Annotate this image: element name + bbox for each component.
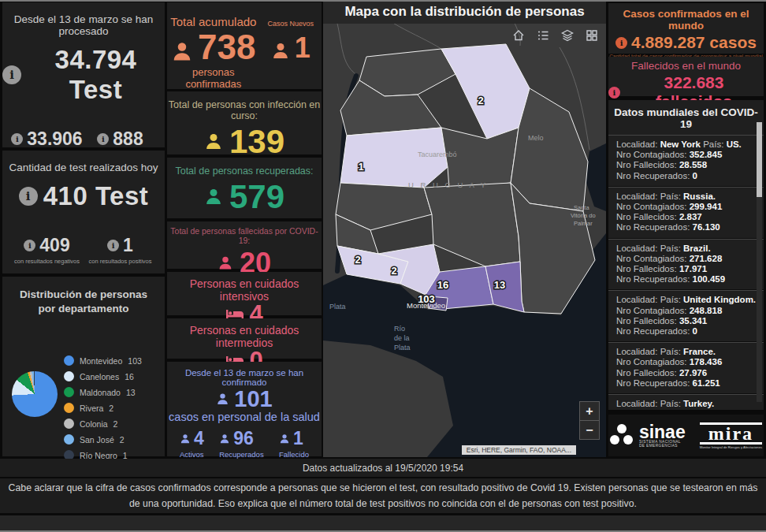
panel-tests-processed: Desde el 13 de marzo se han procesado 34…: [2, 2, 165, 147]
fallecidos-value: 17.971: [679, 264, 707, 273]
positive-results-today-stat: 1 con resultados positivos: [84, 235, 157, 265]
contagiados-value: 151.615: [690, 409, 723, 410]
intensive-care-title: Personas en cuidados intensivos: [167, 277, 322, 303]
panel-recovered: Total de personas recuperadas: 579: [167, 158, 322, 218]
contagiados-label: Nro Contagiados:: [616, 254, 687, 263]
panel-logos: sinae SISTEMA NACIONAL DE EMERGENCIAS mi…: [608, 415, 764, 456]
info-icon: [11, 133, 23, 145]
zoom-in-button[interactable]: +: [580, 402, 599, 420]
country-label: País:: [660, 399, 681, 408]
map-count-paysandu: 1: [358, 161, 363, 173]
negative-results-today-stat: 409 con resultados negativos: [10, 235, 84, 265]
world-list-scrollbar[interactable]: [757, 122, 762, 402]
contagiados-value: 271.628: [690, 254, 723, 263]
fallecidos-value: 2.837: [679, 212, 702, 221]
info-icon: [97, 133, 109, 145]
recuperados-label: Nro Recuperados:: [616, 378, 690, 388]
legend-name: San José: [80, 435, 114, 445]
new-cases-title: Casos Nuevos: [260, 20, 322, 28]
health-personnel-title: Desde el 13 de marzo se han confirmado: [167, 368, 322, 387]
locality-label: Localidad:: [616, 244, 657, 253]
legend-item: Rivera 2: [64, 403, 142, 413]
locality-value: New York: [660, 140, 701, 149]
health-personnel-stats: 4 Activos 96 Recuperados 1 Fallecido: [167, 423, 322, 459]
country-label: País:: [703, 140, 723, 149]
health-stat-value: 1: [293, 428, 303, 449]
world-data-entry: Localidad: País: United Kingdom. Nro Con…: [608, 290, 764, 342]
tests-processed-value: 34.794 Test: [27, 45, 165, 105]
info-icon: [615, 37, 627, 49]
department-distribution-title: Distribución de personas por departament…: [2, 288, 165, 316]
basemap-grid-icon[interactable]: [586, 29, 598, 42]
recuperados-label: Nro Recuperados:: [616, 171, 690, 180]
map-label-plata: Plata: [329, 303, 346, 311]
department-pie-chart[interactable]: [12, 371, 58, 417]
person-icon: [216, 392, 229, 406]
map-count-rivera: 2: [478, 95, 483, 106]
health-stat-label: Recuperados: [219, 450, 264, 459]
recuperados-label: Nro Recuperados:: [616, 274, 690, 284]
map-title: Mapa con la distribución de personas: [344, 4, 584, 20]
map-canvas[interactable]: Bagé Tacuarembó Melo U R U G U A Y Monte…: [323, 0, 606, 457]
legend-icon[interactable]: [537, 29, 549, 42]
distribution-map[interactable]: Bagé Tacuarembó Melo U R U G U A Y Monte…: [323, 0, 606, 457]
map-land-argentina: [323, 340, 453, 457]
svg-text:Plata: Plata: [394, 344, 411, 352]
person-icon: [218, 255, 233, 271]
panel-health-personnel: Desde el 13 de marzo se han confirmado 1…: [167, 362, 322, 456]
zoom-out-button[interactable]: −: [580, 420, 599, 439]
panel-active-infections: Total de personas con infección en curso…: [167, 91, 322, 154]
contagiados-label: Nro Contagiados:: [616, 202, 687, 211]
world-data-entry: Localidad: País: Russia. Nro Contagiados…: [608, 187, 764, 239]
map-header: Mapa con la distribución de personas: [323, 0, 606, 24]
legend-swatch: [64, 434, 74, 445]
pie-legend: Montevideo 103 Canelones 16 Maldonado 13: [64, 355, 142, 460]
negative-results-today-value: 409: [39, 235, 69, 256]
active-infections-value: 139: [229, 123, 284, 161]
world-data-title: Datos mundiales del COVID-19: [608, 106, 764, 130]
health-stat: 1 Fallecido: [279, 428, 309, 459]
positive-results-today-value: 1: [123, 235, 133, 256]
map-count-maldonado: 13: [494, 279, 505, 291]
fallecidos-label: Nro Fallecidos:: [616, 368, 677, 378]
world-deaths-title: Fallecidos en el mundo: [608, 60, 764, 72]
recuperados-value: 100.459: [693, 274, 726, 284]
panel-intermediate-care: Personas en cuidados intermedios 0: [167, 318, 322, 359]
person-icon: [271, 42, 290, 61]
map-count-colonia: 2: [355, 254, 360, 266]
person-icon: [180, 433, 191, 445]
mira-logo: mira Monitor Integral de Riesgos y Afect…: [700, 422, 762, 449]
contagiados-label: Nro Contagiados:: [616, 150, 687, 159]
legend-item: Canelones 16: [64, 371, 142, 381]
fallecidos-label: Nro Fallecidos:: [616, 264, 677, 273]
world-list-scrollbar-thumb[interactable]: [757, 122, 762, 197]
health-personnel-subtitle: casos en personal de la salud: [167, 411, 322, 423]
fallecidos-value: 28.558: [679, 160, 707, 169]
panel-tests-today: Cantidad de test realizados hoy 410 Test…: [2, 151, 165, 273]
world-data-list[interactable]: Localidad: New York País: US. Nro Contag…: [608, 135, 764, 410]
legend-swatch: [64, 419, 74, 429]
panel-intensive-care: Personas en cuidados intensivos 4: [167, 272, 322, 315]
recuperados-label: Nro Recuperados:: [616, 222, 690, 232]
recuperados-label: Nro Recuperados:: [616, 326, 690, 336]
legend-name: Montevideo: [80, 356, 122, 366]
tests-today-title: Cantidad de test realizados hoy: [2, 162, 165, 173]
world-data-entry: Localidad: New York País: US. Nro Contag…: [608, 135, 764, 187]
footer-note: Cabe aclarar que la cifra de casos confi…: [0, 478, 766, 513]
layers-icon[interactable]: [561, 29, 574, 42]
home-icon[interactable]: [512, 29, 525, 42]
mira-logo-text: mira: [700, 422, 762, 445]
locality-label: Localidad:: [616, 347, 657, 356]
panel-world-cases: Casos confirmados en el mundo 4.889.287 …: [608, 3, 764, 54]
country-label: País:: [660, 244, 681, 253]
locality-label: Localidad:: [616, 140, 657, 149]
panel-department-distribution: Distribución de personas por departament…: [2, 277, 165, 456]
person-icon: [204, 132, 223, 151]
contagiados-label: Nro Contagiados:: [616, 409, 687, 410]
world-cases-title: Casos confirmados en el mundo: [608, 8, 764, 32]
health-stat-label: Activos: [180, 450, 204, 459]
intermediate-care-title: Personas en cuidados intermedios: [167, 324, 322, 349]
legend-item: Montevideo 103: [64, 355, 142, 366]
recuperados-value: 76.130: [693, 222, 720, 232]
svg-text:Palmar: Palmar: [574, 220, 593, 227]
